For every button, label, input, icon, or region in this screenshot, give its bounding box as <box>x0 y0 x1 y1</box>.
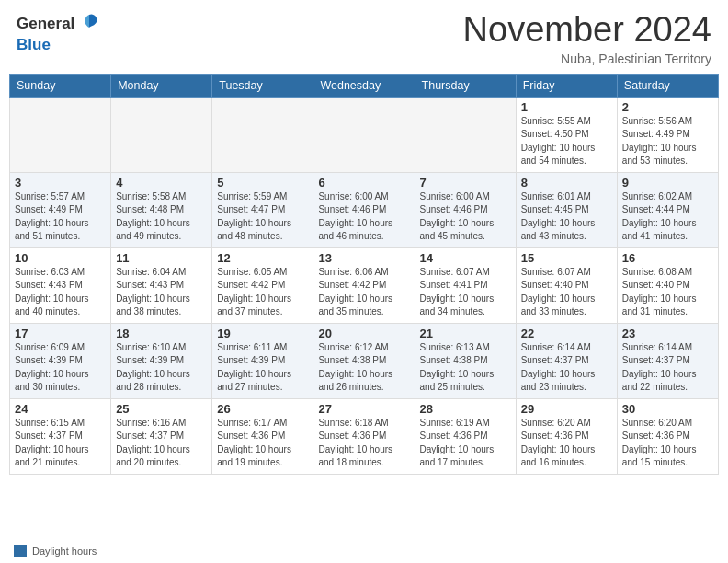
day-number: 3 <box>15 176 106 190</box>
calendar-cell: 4Sunrise: 5:58 AM Sunset: 4:48 PM Daylig… <box>111 172 212 247</box>
col-wednesday: Wednesday <box>313 74 415 97</box>
day-number: 26 <box>217 402 308 416</box>
day-number: 15 <box>521 251 612 265</box>
legend-row: Daylight hours <box>0 540 728 563</box>
calendar-cell: 26Sunrise: 6:17 AM Sunset: 4:36 PM Dayli… <box>212 398 313 474</box>
legend-color-box <box>14 545 27 557</box>
day-number: 9 <box>622 176 713 190</box>
day-number: 8 <box>521 176 612 190</box>
calendar-cell: 17Sunrise: 6:09 AM Sunset: 4:39 PM Dayli… <box>10 323 111 398</box>
day-info: Sunrise: 6:14 AM Sunset: 4:37 PM Dayligh… <box>521 341 612 395</box>
day-info: Sunrise: 6:03 AM Sunset: 4:43 PM Dayligh… <box>15 266 106 319</box>
day-number: 25 <box>116 402 207 416</box>
location-text: Nuba, Palestinian Territory <box>463 52 711 66</box>
day-number: 7 <box>420 176 511 190</box>
calendar-cell: 24Sunrise: 6:15 AM Sunset: 4:37 PM Dayli… <box>10 398 111 474</box>
calendar-wrapper: Sunday Monday Tuesday Wednesday Thursday… <box>0 74 728 540</box>
day-number: 10 <box>15 251 106 265</box>
day-number: 4 <box>116 176 207 190</box>
title-section: November 2024 Nuba, Palestinian Territor… <box>463 11 711 66</box>
day-number: 2 <box>622 100 713 114</box>
day-info: Sunrise: 6:08 AM Sunset: 4:40 PM Dayligh… <box>622 266 713 319</box>
day-number: 27 <box>318 402 409 416</box>
day-info: Sunrise: 6:20 AM Sunset: 4:36 PM Dayligh… <box>521 417 612 470</box>
day-number: 23 <box>622 327 713 340</box>
calendar-cell <box>111 97 212 172</box>
calendar-cell: 1Sunrise: 5:55 AM Sunset: 4:50 PM Daylig… <box>516 97 617 172</box>
col-thursday: Thursday <box>415 74 516 97</box>
day-info: Sunrise: 6:19 AM Sunset: 4:36 PM Dayligh… <box>420 417 511 470</box>
logo-general-text: General <box>17 16 74 33</box>
legend-label: Daylight hours <box>32 546 97 557</box>
calendar-cell: 29Sunrise: 6:20 AM Sunset: 4:36 PM Dayli… <box>516 398 617 474</box>
calendar-week-row: 10Sunrise: 6:03 AM Sunset: 4:43 PM Dayli… <box>10 247 719 323</box>
col-sunday: Sunday <box>10 74 111 97</box>
calendar-cell: 18Sunrise: 6:10 AM Sunset: 4:39 PM Dayli… <box>111 323 212 398</box>
calendar-cell: 14Sunrise: 6:07 AM Sunset: 4:41 PM Dayli… <box>415 247 516 323</box>
day-info: Sunrise: 6:14 AM Sunset: 4:37 PM Dayligh… <box>622 341 713 395</box>
day-info: Sunrise: 6:07 AM Sunset: 4:40 PM Dayligh… <box>521 266 612 319</box>
day-info: Sunrise: 6:20 AM Sunset: 4:36 PM Dayligh… <box>622 417 713 470</box>
day-number: 22 <box>521 327 612 340</box>
calendar-cell: 25Sunrise: 6:16 AM Sunset: 4:37 PM Dayli… <box>111 398 212 474</box>
calendar-cell: 19Sunrise: 6:11 AM Sunset: 4:39 PM Dayli… <box>212 323 313 398</box>
col-saturday: Saturday <box>617 74 718 97</box>
day-info: Sunrise: 6:12 AM Sunset: 4:38 PM Dayligh… <box>318 341 409 395</box>
month-title: November 2024 <box>463 11 711 50</box>
day-info: Sunrise: 6:02 AM Sunset: 4:44 PM Dayligh… <box>622 190 713 244</box>
day-number: 11 <box>116 251 207 265</box>
day-info: Sunrise: 6:10 AM Sunset: 4:39 PM Dayligh… <box>116 341 207 395</box>
calendar-week-row: 1Sunrise: 5:55 AM Sunset: 4:50 PM Daylig… <box>10 97 719 172</box>
day-number: 1 <box>521 100 612 114</box>
day-info: Sunrise: 6:04 AM Sunset: 4:43 PM Dayligh… <box>116 266 207 319</box>
day-info: Sunrise: 5:58 AM Sunset: 4:48 PM Dayligh… <box>116 190 207 244</box>
day-info: Sunrise: 5:59 AM Sunset: 4:47 PM Dayligh… <box>217 190 308 244</box>
calendar-cell: 10Sunrise: 6:03 AM Sunset: 4:43 PM Dayli… <box>10 247 111 323</box>
day-number: 6 <box>318 176 409 190</box>
calendar-cell <box>212 97 313 172</box>
calendar-week-row: 3Sunrise: 5:57 AM Sunset: 4:49 PM Daylig… <box>10 172 719 247</box>
day-info: Sunrise: 6:15 AM Sunset: 4:37 PM Dayligh… <box>15 417 106 470</box>
day-info: Sunrise: 6:01 AM Sunset: 4:45 PM Dayligh… <box>521 190 612 244</box>
day-info: Sunrise: 6:00 AM Sunset: 4:46 PM Dayligh… <box>420 190 511 244</box>
calendar-cell: 27Sunrise: 6:18 AM Sunset: 4:36 PM Dayli… <box>313 398 415 474</box>
calendar-week-row: 24Sunrise: 6:15 AM Sunset: 4:37 PM Dayli… <box>10 398 719 474</box>
calendar-cell: 3Sunrise: 5:57 AM Sunset: 4:49 PM Daylig… <box>10 172 111 247</box>
day-number: 28 <box>420 402 511 416</box>
calendar-cell: 8Sunrise: 6:01 AM Sunset: 4:45 PM Daylig… <box>516 172 617 247</box>
day-number: 19 <box>217 327 308 340</box>
calendar-cell: 9Sunrise: 6:02 AM Sunset: 4:44 PM Daylig… <box>617 172 718 247</box>
logo-bird-icon <box>76 11 102 37</box>
calendar-cell: 22Sunrise: 6:14 AM Sunset: 4:37 PM Dayli… <box>516 323 617 398</box>
logo-text: General Blue <box>17 11 102 54</box>
day-info: Sunrise: 6:11 AM Sunset: 4:39 PM Dayligh… <box>217 341 308 395</box>
calendar-cell: 7Sunrise: 6:00 AM Sunset: 4:46 PM Daylig… <box>415 172 516 247</box>
day-number: 14 <box>420 251 511 265</box>
logo-blue-text: Blue <box>17 36 51 53</box>
calendar-cell <box>415 97 516 172</box>
calendar-cell: 2Sunrise: 5:56 AM Sunset: 4:49 PM Daylig… <box>617 97 718 172</box>
calendar-table: Sunday Monday Tuesday Wednesday Thursday… <box>9 74 719 475</box>
day-info: Sunrise: 6:17 AM Sunset: 4:36 PM Dayligh… <box>217 417 308 470</box>
day-info: Sunrise: 6:05 AM Sunset: 4:42 PM Dayligh… <box>217 266 308 319</box>
calendar-cell: 16Sunrise: 6:08 AM Sunset: 4:40 PM Dayli… <box>617 247 718 323</box>
col-friday: Friday <box>516 74 617 97</box>
page-container: General Blue November 2024 Nuba, Palesti… <box>0 0 728 563</box>
day-info: Sunrise: 5:55 AM Sunset: 4:50 PM Dayligh… <box>521 115 612 168</box>
day-number: 18 <box>116 327 207 340</box>
day-info: Sunrise: 5:57 AM Sunset: 4:49 PM Dayligh… <box>15 190 106 244</box>
calendar-cell: 5Sunrise: 5:59 AM Sunset: 4:47 PM Daylig… <box>212 172 313 247</box>
day-number: 17 <box>15 327 106 340</box>
day-info: Sunrise: 6:00 AM Sunset: 4:46 PM Dayligh… <box>318 190 409 244</box>
calendar-cell: 12Sunrise: 6:05 AM Sunset: 4:42 PM Dayli… <box>212 247 313 323</box>
day-number: 30 <box>622 402 713 416</box>
day-number: 5 <box>217 176 308 190</box>
logo: General Blue <box>17 11 102 54</box>
col-monday: Monday <box>111 74 212 97</box>
calendar-cell: 28Sunrise: 6:19 AM Sunset: 4:36 PM Dayli… <box>415 398 516 474</box>
calendar-cell: 21Sunrise: 6:13 AM Sunset: 4:38 PM Dayli… <box>415 323 516 398</box>
day-info: Sunrise: 6:13 AM Sunset: 4:38 PM Dayligh… <box>420 341 511 395</box>
day-number: 29 <box>521 402 612 416</box>
calendar-cell: 20Sunrise: 6:12 AM Sunset: 4:38 PM Dayli… <box>313 323 415 398</box>
day-info: Sunrise: 5:56 AM Sunset: 4:49 PM Dayligh… <box>622 115 713 168</box>
